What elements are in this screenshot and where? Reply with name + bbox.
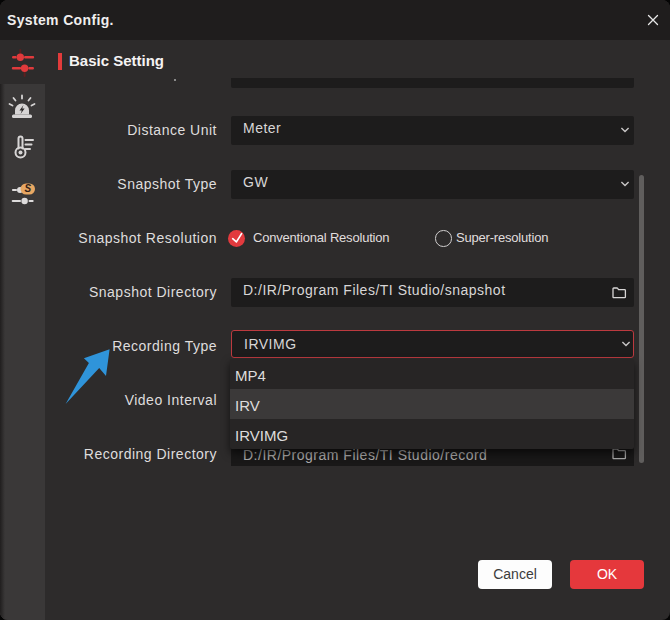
svg-text:S: S	[24, 183, 31, 194]
